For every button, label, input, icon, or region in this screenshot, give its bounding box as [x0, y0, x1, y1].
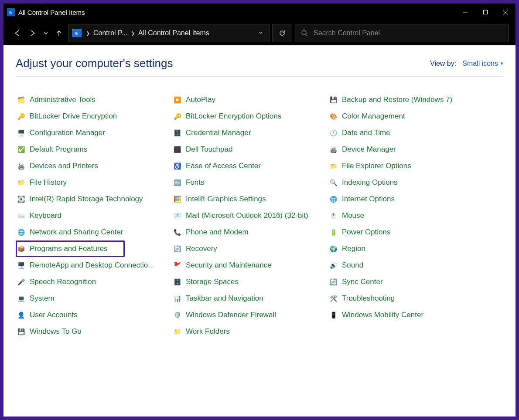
control-panel-item[interactable]: 🕒Date and Time — [328, 125, 484, 141]
control-panel-item[interactable]: 🌍Region — [328, 240, 484, 257]
item-label: Security and Maintenance — [186, 261, 272, 270]
item-label: Fonts — [186, 178, 205, 187]
control-panel-item[interactable]: 🖨️Device Manager — [328, 141, 484, 158]
control-panel-item[interactable]: ♿Ease of Access Center — [172, 158, 328, 174]
control-panel-item[interactable]: 📊Taskbar and Navigation — [172, 290, 328, 307]
item-icon: 🛡️ — [173, 311, 181, 319]
item-icon: 🔑 — [17, 112, 25, 121]
control-panel-item[interactable]: 📁Work Folders — [172, 323, 328, 340]
item-label: Date and Time — [342, 129, 390, 137]
forward-button[interactable] — [26, 26, 39, 40]
item-icon: 🔍 — [329, 178, 338, 187]
control-panel-item[interactable]: 🔄Recovery — [172, 240, 328, 257]
control-panel-item[interactable]: 💾Windows To Go — [16, 323, 172, 340]
item-label: Storage Spaces — [186, 278, 239, 286]
item-label: Troubleshooting — [342, 294, 395, 303]
minimize-icon — [463, 10, 468, 15]
control-panel-item[interactable]: 🔋Power Options — [328, 224, 484, 240]
control-panel-item[interactable]: 🔍Indexing Options — [328, 174, 484, 191]
control-panel-item[interactable]: 🛠️Troubleshooting — [328, 290, 484, 307]
viewby-dropdown[interactable]: Small icons ▾ — [462, 60, 503, 68]
address-bar[interactable]: ⊞ ❯ Control P... ❯ All Control Panel Ite… — [68, 24, 270, 42]
control-panel-item[interactable]: 🖼️Intel® Graphics Settings — [172, 191, 328, 207]
control-panel-item[interactable]: 📦Programs and Features — [16, 240, 125, 257]
address-dropdown[interactable] — [255, 29, 266, 37]
item-label: Programs and Features — [30, 244, 108, 253]
search-box[interactable]: Search Control Panel — [295, 24, 509, 42]
item-label: Power Options — [342, 228, 391, 237]
item-label: File Explorer Options — [342, 162, 411, 170]
item-label: Intel(R) Rapid Storage Technology — [30, 195, 143, 203]
control-panel-item[interactable]: 📱Windows Mobility Center — [328, 307, 484, 323]
control-panel-item[interactable]: ▶️AutoPlay — [172, 91, 328, 108]
refresh-button[interactable] — [272, 24, 292, 42]
close-icon — [503, 10, 508, 15]
control-panel-item[interactable]: 🔤Fonts — [172, 174, 328, 191]
control-panel-item[interactable]: 🗄️Credential Manager — [172, 125, 328, 141]
control-panel-item[interactable]: 💻System — [16, 290, 172, 307]
control-panel-item[interactable]: 🖥️Configuration Manager — [16, 125, 172, 141]
control-panel-item[interactable]: 🎤Speech Recognition — [16, 274, 172, 290]
minimize-button[interactable] — [455, 3, 475, 21]
control-panel-item[interactable]: 💾Backup and Restore (Windows 7) — [328, 91, 484, 108]
item-label: Work Folders — [186, 327, 230, 336]
control-panel-item[interactable]: 🌐Network and Sharing Center — [16, 224, 172, 240]
control-panel-item[interactable]: 🚩Security and Maintenance — [172, 257, 328, 274]
control-panel-item[interactable]: 🔊Sound — [328, 257, 484, 274]
breadcrumb-all-items[interactable]: All Control Panel Items — [138, 29, 209, 37]
item-label: Dell Touchpad — [186, 145, 232, 154]
forward-icon — [28, 29, 37, 37]
control-panel-item[interactable]: ⌨️Keyboard — [16, 207, 172, 224]
control-panel-item[interactable]: 🖱️Mouse — [328, 207, 484, 224]
control-panel-item[interactable]: 🖨️Devices and Printers — [16, 158, 172, 174]
control-panel-item[interactable]: 🗂️Administrative Tools — [16, 91, 172, 108]
chevron-down-icon — [43, 30, 48, 36]
control-panel-item[interactable]: 💽Intel(R) Rapid Storage Technology — [16, 191, 172, 207]
item-icon: 📁 — [173, 327, 181, 336]
item-label: Intel® Graphics Settings — [186, 195, 266, 203]
breadcrumb-control-panel[interactable]: Control P... — [93, 29, 127, 37]
control-panel-item[interactable]: 🔄Sync Center — [328, 274, 484, 290]
control-panel-item[interactable]: 🖥️RemoteApp and Desktop Connectio... — [16, 257, 172, 274]
item-label: Mouse — [342, 211, 364, 220]
item-label: Color Management — [342, 112, 405, 121]
item-icon: 🖨️ — [17, 162, 25, 170]
control-panel-item[interactable]: 📁File Explorer Options — [328, 158, 484, 174]
back-button[interactable] — [10, 26, 24, 40]
up-button[interactable] — [52, 26, 65, 40]
item-icon: 🗄️ — [173, 129, 181, 137]
chevron-down-icon: ▾ — [501, 61, 503, 66]
title-bar: ⊞ All Control Panel Items — [3, 3, 516, 21]
svg-rect-1 — [484, 10, 488, 14]
control-panel-item[interactable]: 📁File History — [16, 174, 172, 191]
recent-dropdown[interactable] — [42, 26, 50, 40]
control-panel-item[interactable]: 👤User Accounts — [16, 307, 172, 323]
maximize-button[interactable] — [475, 3, 495, 21]
control-panel-item[interactable]: 🌐Internet Options — [328, 191, 484, 207]
search-placeholder: Search Control Panel — [314, 29, 380, 37]
up-icon — [55, 29, 63, 37]
control-panel-item[interactable]: 📞Phone and Modem — [172, 224, 328, 240]
item-icon: 🎤 — [17, 278, 25, 286]
item-icon: 📁 — [17, 178, 25, 187]
control-panel-item[interactable]: 📧Mail (Microsoft Outlook 2016) (32-bit) — [172, 207, 328, 224]
control-panel-item[interactable]: ⬛Dell Touchpad — [172, 141, 328, 158]
close-button[interactable] — [495, 3, 516, 21]
nav-bar: ⊞ ❯ Control P... ❯ All Control Panel Ite… — [3, 21, 516, 45]
item-icon: 💾 — [329, 95, 338, 104]
item-icon: 📧 — [173, 211, 181, 220]
control-panel-item[interactable]: 🗄️Storage Spaces — [172, 274, 328, 290]
item-label: Sync Center — [342, 278, 383, 286]
control-panel-item[interactable]: 🔑BitLocker Drive Encryption — [16, 108, 172, 125]
control-panel-item[interactable]: 🛡️Windows Defender Firewall — [172, 307, 328, 323]
item-label: Ease of Access Center — [186, 162, 261, 170]
control-panel-item[interactable]: ✅Default Programs — [16, 141, 172, 158]
item-icon: 🖥️ — [17, 261, 25, 270]
content-area: Adjust your computer's settings View by:… — [3, 45, 516, 417]
item-label: Sound — [342, 261, 363, 270]
item-icon: 🗂️ — [17, 95, 25, 104]
item-icon: 🚩 — [173, 261, 181, 270]
control-panel-item[interactable]: 🔑BitLocker Encryption Options — [172, 108, 328, 125]
control-panel-item[interactable]: 🎨Color Management — [328, 108, 484, 125]
item-icon: 🌐 — [329, 195, 338, 203]
